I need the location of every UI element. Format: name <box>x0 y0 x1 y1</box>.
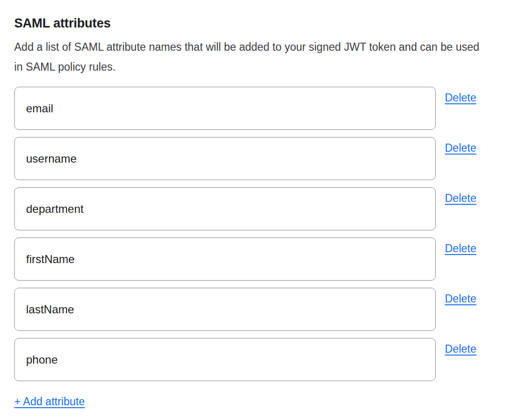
delete-attribute-link[interactable]: Delete <box>445 91 476 104</box>
attribute-row: Delete <box>14 137 491 180</box>
attribute-row: Delete <box>14 237 491 281</box>
delete-attribute-link[interactable]: Delete <box>445 292 476 305</box>
saml-attributes-section: SAML attributes Add a list of SAML attri… <box>0 0 505 408</box>
attribute-row: Delete <box>14 87 491 130</box>
attribute-name-input[interactable] <box>14 288 436 331</box>
attribute-row: Delete <box>14 338 491 381</box>
page-description: Add a list of SAML attribute names that … <box>14 37 484 77</box>
page-title: SAML attributes <box>14 16 491 31</box>
add-attribute-link[interactable]: + Add attribute <box>14 395 85 408</box>
delete-attribute-link[interactable]: Delete <box>445 141 476 155</box>
attribute-name-input[interactable] <box>14 237 436 281</box>
attribute-row: Delete <box>14 288 491 331</box>
attribute-name-input[interactable] <box>14 187 436 230</box>
delete-attribute-link[interactable]: Delete <box>445 192 476 205</box>
attributes-list: Delete Delete Delete Delete Delete Delet… <box>14 87 491 381</box>
attribute-name-input[interactable] <box>14 87 436 130</box>
attribute-name-input[interactable] <box>14 338 436 381</box>
delete-attribute-link[interactable]: Delete <box>445 242 476 255</box>
attribute-row: Delete <box>14 187 491 230</box>
delete-attribute-link[interactable]: Delete <box>445 342 476 356</box>
attribute-name-input[interactable] <box>14 137 436 180</box>
